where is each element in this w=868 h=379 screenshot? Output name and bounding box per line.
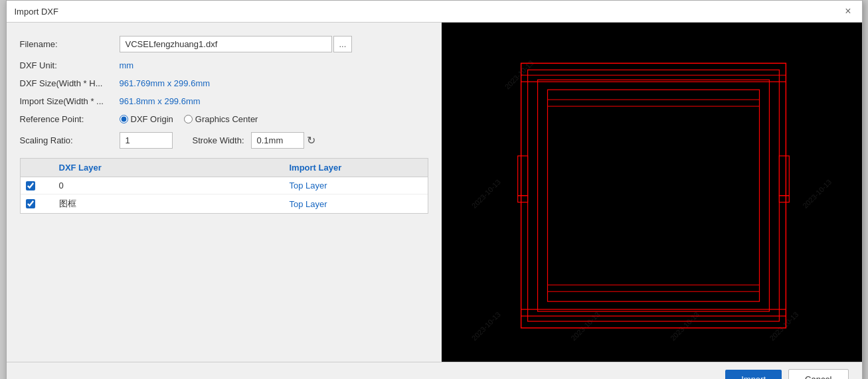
layer-header-dxf: DXF Layer xyxy=(59,163,290,173)
scaling-row: Scaling Ratio: Stroke Width: ↻ xyxy=(20,132,428,149)
import-button[interactable]: Import xyxy=(725,370,782,379)
preview-svg: 2023-10-13 2023-10-13 2023-10-13 2023-10… xyxy=(442,23,862,362)
close-button[interactable]: × xyxy=(842,6,853,17)
reference-label: Reference Point: xyxy=(20,114,120,124)
left-panel: Filename: ... DXF Unit: mm DXF Size(Widt… xyxy=(7,23,442,362)
stroke-label: Stroke Width: xyxy=(193,135,244,145)
filename-input[interactable] xyxy=(120,36,332,52)
import-dxf-dialog: Import DXF × Filename: ... DXF Unit: mm … xyxy=(6,0,863,379)
layer-row-name-1: 图框 xyxy=(59,198,290,210)
preview-panel: 2023-10-13 2023-10-13 2023-10-13 2023-10… xyxy=(442,23,862,362)
import-size-row: Import Size(Width * ... 961.8mm x 299.6m… xyxy=(20,96,428,106)
table-row: 图框 Top Layer xyxy=(21,194,428,213)
layer-header-check xyxy=(26,163,59,173)
radio-group: DXF Origin Graphics Center xyxy=(120,114,258,124)
dxf-unit-row: DXF Unit: mm xyxy=(20,60,428,70)
dxf-size-label: DXF Size(Width * H... xyxy=(20,78,120,88)
radio-dxf-origin-label[interactable]: DXF Origin xyxy=(120,114,173,124)
layer-row-import-1: Top Layer xyxy=(290,199,422,209)
layer-table-header: DXF Layer Import Layer xyxy=(21,159,428,177)
import-size-label: Import Size(Width * ... xyxy=(20,96,120,106)
svg-rect-0 xyxy=(442,23,862,360)
dxf-unit-value: mm xyxy=(120,60,134,70)
title-bar: Import DXF × xyxy=(7,1,862,23)
filename-row: Filename: ... xyxy=(20,36,428,52)
layer-table: DXF Layer Import Layer 0 Top Layer 图 xyxy=(20,158,428,214)
footer: Import Cancel xyxy=(7,362,862,379)
scaling-label: Scaling Ratio: xyxy=(20,135,120,145)
layer-checkbox-0[interactable] xyxy=(26,181,35,190)
stroke-input[interactable] xyxy=(251,132,304,149)
filename-input-wrap: ... xyxy=(120,36,428,52)
filename-label: Filename: xyxy=(20,39,120,49)
radio-dxf-origin[interactable] xyxy=(120,115,128,123)
dxf-size-row: DXF Size(Width * H... 961.769mm x 299.6m… xyxy=(20,78,428,88)
dialog-title: Import DXF xyxy=(15,7,58,17)
radio-graphics-center[interactable] xyxy=(184,115,193,123)
radio-dxf-origin-text: DXF Origin xyxy=(131,114,173,124)
layer-row-check-col-1 xyxy=(26,199,59,208)
layer-row-import-0: Top Layer xyxy=(290,181,422,190)
import-size-value: 961.8mm x 299.6mm xyxy=(120,96,201,106)
dxf-size-value: 961.769mm x 299.6mm xyxy=(120,78,211,88)
browse-button[interactable]: ... xyxy=(333,36,353,52)
radio-graphics-center-text: Graphics Center xyxy=(195,114,258,124)
scaling-input[interactable] xyxy=(120,132,173,149)
layer-row-name-0: 0 xyxy=(59,181,290,190)
layer-checkbox-1[interactable] xyxy=(26,199,35,208)
radio-graphics-center-label[interactable]: Graphics Center xyxy=(184,114,258,124)
layer-row-check-col xyxy=(26,181,59,190)
layer-header-import: Import Layer xyxy=(290,163,422,173)
table-row: 0 Top Layer xyxy=(21,177,428,194)
dxf-unit-label: DXF Unit: xyxy=(20,60,120,70)
dialog-body: Filename: ... DXF Unit: mm DXF Size(Widt… xyxy=(7,23,862,362)
refresh-button[interactable]: ↻ xyxy=(304,134,318,147)
reference-row: Reference Point: DXF Origin Graphics Cen… xyxy=(20,114,428,124)
cancel-button[interactable]: Cancel xyxy=(788,369,848,379)
